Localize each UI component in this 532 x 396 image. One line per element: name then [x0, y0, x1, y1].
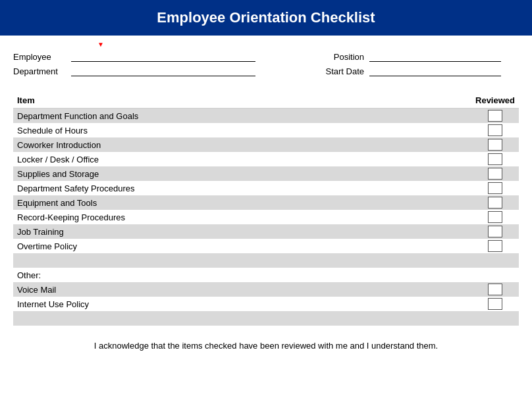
start-date-field-line: Start Date: [321, 66, 519, 76]
item-cell: [13, 311, 471, 326]
table-row: Supplies and Storage: [13, 166, 519, 181]
table-row: Department Function and Goals: [13, 109, 519, 124]
position-label: Position: [321, 52, 364, 62]
checkbox[interactable]: [488, 284, 502, 295]
item-cell: Department Safety Procedures: [13, 181, 471, 195]
reviewed-cell: [471, 109, 519, 124]
table-row: Schedule of Hours: [13, 123, 519, 137]
reviewed-cell: [471, 166, 519, 181]
checkbox[interactable]: [488, 110, 502, 122]
table-header-row: Item Reviewed: [13, 93, 519, 109]
page-title: Employee Orientation Checklist: [0, 0, 532, 36]
right-fields: Position Start Date: [321, 51, 519, 76]
item-cell: Schedule of Hours: [13, 123, 471, 137]
form-section: ▼ Employee Department Position Start Dat…: [0, 36, 532, 80]
checkbox[interactable]: [488, 168, 502, 180]
department-label: Department: [13, 66, 66, 76]
reviewed-cell: [471, 311, 519, 326]
table-row: Equipment and Tools: [13, 195, 519, 210]
acknowledgment: I acknowledge that the items checked hav…: [0, 329, 532, 357]
reviewed-cell: [471, 297, 519, 311]
item-cell: Internet Use Policy: [13, 297, 471, 311]
red-mark: ▼: [97, 41, 104, 48]
employee-label: Employee: [13, 52, 66, 62]
reviewed-cell: [471, 210, 519, 224]
reviewed-cell: [471, 224, 519, 239]
fields-row: Employee Department Position Start Date: [13, 51, 519, 76]
checklist-section: Item Reviewed Department Function and Go…: [0, 86, 532, 329]
employee-field-line: Employee: [13, 51, 316, 62]
reviewed-cell: [471, 253, 519, 268]
item-cell: Overtime Policy: [13, 239, 471, 253]
reviewed-cell: [471, 123, 519, 137]
table-row: Department Safety Procedures: [13, 181, 519, 195]
table-row: Job Training: [13, 224, 519, 239]
start-date-input[interactable]: [369, 66, 501, 76]
item-cell: Record-Keeping Procedures: [13, 210, 471, 224]
employee-input[interactable]: [71, 51, 255, 62]
item-cell: Locker / Desk / Office: [13, 152, 471, 166]
table-row: [13, 311, 519, 326]
reviewed-cell: [471, 282, 519, 297]
checkbox[interactable]: [488, 139, 502, 151]
start-date-label: Start Date: [321, 66, 364, 76]
item-cell: Job Training: [13, 224, 471, 239]
checkbox[interactable]: [488, 211, 502, 223]
reviewed-cell: [471, 181, 519, 195]
item-cell: [13, 253, 471, 268]
checkbox[interactable]: [488, 298, 502, 310]
reviewed-cell: [471, 152, 519, 166]
other-label: Other:: [13, 268, 471, 282]
position-field-line: Position: [321, 51, 519, 62]
reviewed-header: Reviewed: [471, 93, 519, 109]
checkbox[interactable]: [488, 182, 502, 194]
checkbox[interactable]: [488, 197, 502, 209]
table-row: Internet Use Policy: [13, 297, 519, 311]
reviewed-cell: [471, 195, 519, 210]
table-row: Locker / Desk / Office: [13, 152, 519, 166]
department-field-line: Department: [13, 66, 316, 76]
table-row: Coworker Introduction: [13, 137, 519, 152]
checkbox[interactable]: [488, 153, 502, 165]
table-row: Voice Mail: [13, 282, 519, 297]
reviewed-cell: [471, 137, 519, 152]
checkbox[interactable]: [488, 124, 502, 136]
table-row: Overtime Policy: [13, 239, 519, 253]
department-input[interactable]: [71, 66, 255, 76]
position-input[interactable]: [369, 51, 501, 62]
item-cell: Coworker Introduction: [13, 137, 471, 152]
other-label-row: Other:: [13, 268, 519, 282]
reviewed-cell: [471, 239, 519, 253]
checklist-table: Item Reviewed Department Function and Go…: [13, 93, 519, 326]
item-cell: Supplies and Storage: [13, 166, 471, 181]
table-row: Record-Keeping Procedures: [13, 210, 519, 224]
item-cell: Department Function and Goals: [13, 109, 471, 124]
checkbox[interactable]: [488, 226, 502, 237]
item-cell: Equipment and Tools: [13, 195, 471, 210]
item-cell: Voice Mail: [13, 282, 471, 297]
item-header: Item: [13, 93, 471, 109]
checkbox[interactable]: [488, 240, 502, 252]
table-row: [13, 253, 519, 268]
left-fields: Employee Department: [13, 51, 316, 76]
